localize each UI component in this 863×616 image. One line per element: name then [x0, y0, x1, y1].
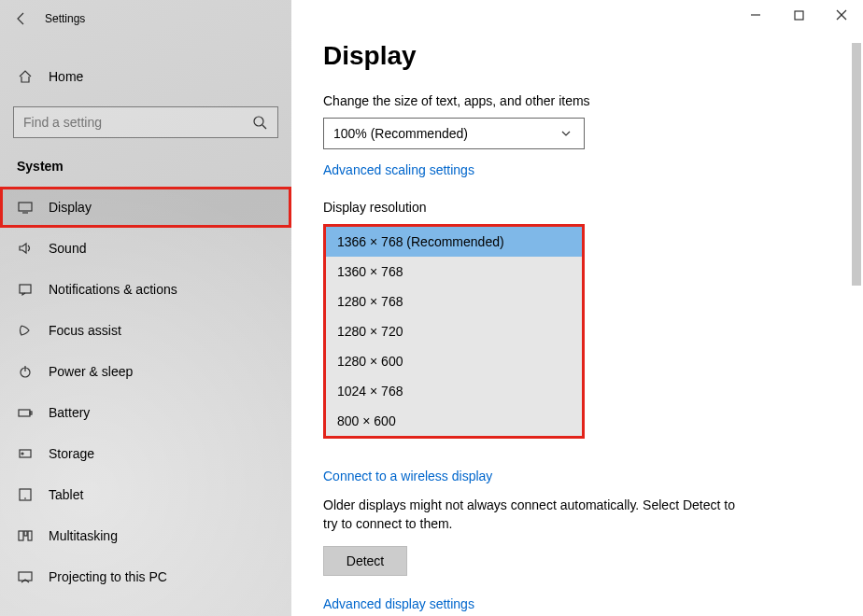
sidebar-item-label: Multitasking	[49, 528, 118, 543]
multitasking-icon	[17, 527, 34, 544]
projecting-icon	[17, 568, 34, 585]
sidebar-nav: DisplaySoundNotifications & actionsFocus…	[0, 187, 291, 597]
advanced-scaling-link[interactable]: Advanced scaling settings	[323, 162, 474, 177]
sidebar: Settings Home System DisplaySoundNotific…	[0, 0, 291, 616]
sidebar-item-battery[interactable]: Battery	[0, 392, 291, 433]
home-label: Home	[49, 69, 83, 84]
sound-icon	[17, 240, 34, 257]
sidebar-item-label: Focus assist	[49, 323, 121, 338]
sidebar-item-sound[interactable]: Sound	[0, 228, 291, 269]
resolution-option[interactable]: 1360 × 768	[326, 257, 582, 287]
sidebar-item-multitasking[interactable]: Multitasking	[0, 515, 291, 556]
search-box[interactable]	[13, 106, 278, 138]
advanced-display-link[interactable]: Advanced display settings	[323, 596, 474, 611]
svg-point-4	[254, 117, 263, 126]
resolution-option[interactable]: 1366 × 768 (Recommended)	[326, 227, 582, 257]
window-title: Settings	[45, 12, 85, 25]
scale-value: 100% (Recommended)	[333, 126, 468, 141]
svg-rect-6	[19, 203, 32, 211]
svg-rect-12	[19, 410, 30, 416]
svg-point-15	[21, 453, 23, 455]
svg-marker-8	[20, 244, 26, 253]
sidebar-item-projecting-to-this-pc[interactable]: Projecting to this PC	[0, 556, 291, 597]
sidebar-item-label: Battery	[49, 405, 90, 420]
chevron-down-icon	[558, 125, 574, 142]
highlight-box	[0, 187, 291, 228]
titlebar: Settings	[0, 0, 291, 37]
resolution-option[interactable]: 1024 × 768	[326, 376, 582, 406]
scale-select[interactable]: 100% (Recommended)	[323, 118, 585, 149]
resolution-option[interactable]: 1280 × 600	[326, 346, 582, 376]
sidebar-item-label: Sound	[49, 241, 86, 256]
search-icon	[251, 114, 268, 131]
tablet-icon	[17, 486, 34, 503]
resolution-option[interactable]: 1280 × 720	[326, 316, 582, 346]
svg-rect-20	[28, 531, 32, 540]
detect-button-label: Detect	[347, 553, 384, 568]
connect-wireless-link[interactable]: Connect to a wireless display	[323, 469, 492, 483]
section-header: System	[0, 138, 291, 183]
settings-window: Settings Home System DisplaySoundNotific…	[0, 0, 863, 616]
notifications-icon	[17, 281, 34, 298]
svg-rect-18	[19, 531, 23, 540]
sidebar-item-notifications-actions[interactable]: Notifications & actions	[0, 269, 291, 310]
sidebar-item-label: Tablet	[49, 487, 83, 502]
resolution-dropdown[interactable]: 1366 × 768 (Recommended)1360 × 7681280 ×…	[323, 224, 585, 439]
sidebar-item-label: Power & sleep	[49, 364, 133, 379]
detect-description: Older displays might not always connect …	[323, 497, 753, 533]
display-icon	[17, 199, 34, 216]
svg-rect-13	[30, 412, 32, 414]
power-icon	[17, 363, 34, 380]
sidebar-item-display[interactable]: Display	[0, 187, 291, 228]
focus-assist-icon	[17, 322, 34, 339]
sidebar-item-power-sleep[interactable]: Power & sleep	[0, 351, 291, 392]
sidebar-item-label: Projecting to this PC	[49, 569, 167, 584]
back-icon[interactable]	[13, 7, 30, 30]
resolution-option[interactable]: 800 × 600	[326, 406, 582, 436]
svg-rect-19	[24, 531, 27, 536]
home-icon	[17, 68, 34, 85]
sidebar-item-label: Display	[49, 200, 92, 215]
search-input[interactable]	[23, 115, 251, 130]
sidebar-item-label: Notifications & actions	[49, 282, 177, 297]
sidebar-item-focus-assist[interactable]: Focus assist	[0, 310, 291, 351]
svg-line-5	[262, 125, 266, 129]
page-title: Display	[323, 41, 863, 71]
resolution-option[interactable]: 1280 × 768	[326, 287, 582, 316]
sidebar-item-tablet[interactable]: Tablet	[0, 474, 291, 515]
sidebar-item-storage[interactable]: Storage	[0, 433, 291, 474]
scrollbar[interactable]	[852, 43, 861, 286]
battery-icon	[17, 404, 34, 421]
detect-button[interactable]: Detect	[323, 546, 407, 576]
storage-icon	[17, 445, 34, 462]
svg-rect-9	[20, 285, 31, 293]
main-content: Display Change the size of text, apps, a…	[291, 0, 863, 616]
sidebar-item-label: Storage	[49, 446, 94, 461]
scale-label: Change the size of text, apps, and other…	[323, 93, 863, 108]
resolution-label: Display resolution	[323, 200, 863, 215]
home-nav[interactable]: Home	[0, 58, 291, 95]
